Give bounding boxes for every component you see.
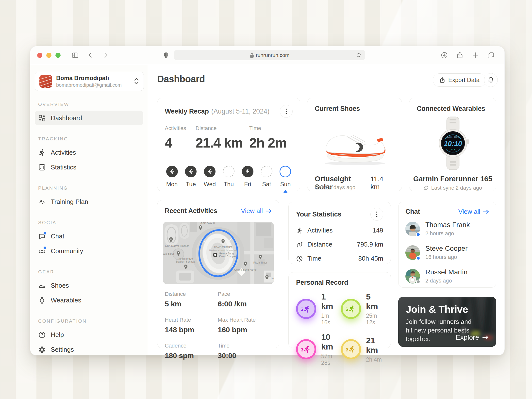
weekly-recap-menu-button[interactable]: [280, 105, 293, 118]
export-data-button[interactable]: Export Data: [433, 73, 486, 87]
day-sat[interactable]: Sat: [259, 166, 274, 193]
map-label: Plaza Barat: [163, 252, 174, 255]
section-label-planning: PLANNING: [35, 185, 143, 191]
avatar: [405, 245, 420, 260]
chat-member-russel-martin[interactable]: Russel Martin 2 days ago: [405, 268, 489, 284]
main-content: Dashboard Export Data Weekly Recap (Augu…: [148, 65, 504, 355]
map-label: Karno Complex: [219, 255, 237, 258]
sidebar-item-label: Community: [51, 247, 83, 255]
day-wed[interactable]: Wed: [203, 166, 217, 193]
connected-wearables-card: Connected Wearables Sat 01 · 100% 10:10 …: [409, 98, 496, 191]
map-label: Istor: [271, 277, 274, 280]
sidebar-item-activities[interactable]: Activities: [35, 145, 143, 160]
runner-icon: [188, 169, 194, 175]
sidebar-item-label: Wearables: [51, 297, 81, 304]
shoe-distance: 11.4 km: [370, 175, 394, 191]
sidebar-item-training-plan[interactable]: Training Plan: [35, 194, 143, 209]
sidebar-item-label: Settings: [51, 346, 74, 353]
sidebar-item-wearables[interactable]: Wearables: [35, 293, 143, 308]
your-statistics-menu-button[interactable]: [370, 208, 383, 221]
sidebar-toggle-button[interactable]: [71, 51, 79, 59]
section-label-social: SOCIAL: [35, 220, 143, 225]
activity-stat: Distance 5 km: [165, 291, 218, 308]
sidebar-toggle-icon: [71, 51, 79, 59]
weekly-recap-title: Weekly Recap: [165, 108, 209, 115]
reload-icon[interactable]: [356, 52, 362, 58]
downloads-button[interactable]: [441, 51, 448, 59]
close-window-button[interactable]: [37, 53, 42, 58]
back-button[interactable]: [87, 51, 94, 59]
arrow-right-icon: [482, 335, 489, 340]
bell-icon: [487, 76, 494, 84]
chat-member-thomas-frank[interactable]: Thomas Frank 2 hours ago: [405, 221, 489, 237]
notifications-button[interactable]: [484, 73, 498, 87]
day-tue[interactable]: Tue: [184, 166, 198, 193]
sidebar-item-community[interactable]: Community: [35, 244, 143, 258]
day-thu[interactable]: Thu: [221, 166, 236, 193]
chat-card: Chat View all Thomas Frank 2 hours ago: [398, 202, 496, 288]
sync-icon: [423, 185, 429, 191]
statistics-row-activities: Activities 149: [296, 227, 383, 234]
divider: [165, 159, 293, 159]
sidebar-item-settings[interactable]: Settings: [35, 342, 143, 357]
stat-value-distance: 21.4 km: [196, 135, 249, 151]
community-notification-dot: [43, 246, 47, 250]
map-label: Hands-on art space for photo ops: [209, 249, 237, 251]
sidebar-item-dashboard[interactable]: Dashboard: [35, 111, 143, 125]
sidebar-item-label: Statistics: [51, 164, 76, 171]
user-email: bomabromodipati@gmail.com: [56, 82, 130, 88]
wearable-last-sync: Last sync 2 days ago: [431, 185, 482, 191]
share-button[interactable]: [456, 51, 464, 59]
wearable-name: Garmin Forerunner 165: [409, 175, 496, 183]
day-mon[interactable]: Mon: [165, 166, 179, 193]
chat-member-steve-cooper[interactable]: Steve Cooper 16 hours ago: [405, 245, 489, 260]
day-fri[interactable]: Fri: [240, 166, 255, 193]
section-label-configuration: CONFIGURATION: [35, 318, 143, 324]
personal-record-card: Personal Record 1 km 1m 16s: [288, 272, 391, 348]
sidebar-item-chat[interactable]: Chat: [35, 229, 143, 244]
chevron-updown-icon: [134, 78, 139, 85]
privacy-shield-icon[interactable]: [162, 51, 170, 59]
forward-button[interactable]: [102, 51, 109, 59]
sidebar-item-help[interactable]: Help: [35, 327, 143, 342]
chevron-left-icon: [87, 51, 94, 59]
online-status-dot: [416, 256, 420, 260]
dashboard-icon: [38, 114, 46, 122]
help-icon: [38, 331, 46, 339]
zoom-window-button[interactable]: [55, 53, 61, 58]
section-label-overview: OVERVIEW: [35, 102, 143, 107]
runner-icon: [245, 169, 250, 175]
map-label: Gelora Bung Karno: [234, 268, 256, 271]
chat-view-all-link[interactable]: View all: [458, 208, 489, 216]
new-tab-button[interactable]: [472, 51, 479, 59]
recent-activities-view-all-link[interactable]: View all: [241, 207, 272, 215]
minimize-window-button[interactable]: [46, 53, 51, 58]
kebab-icon: [285, 108, 287, 115]
record-10km: 10 km 57m 28s: [296, 332, 338, 366]
address-bar[interactable]: runrunrun.com: [174, 50, 365, 60]
export-data-label: Export Data: [448, 77, 480, 83]
explore-button[interactable]: Explore: [456, 333, 489, 341]
day-sun[interactable]: Sun: [278, 166, 293, 193]
arrow-right-icon: [265, 209, 272, 214]
record-5km: 5 km 25m 12s: [341, 292, 383, 326]
page-title: Dashboard: [157, 74, 205, 84]
sidebar-item-label: Training Plan: [51, 198, 88, 206]
stat-label: Time: [249, 125, 286, 132]
runner-icon: [207, 169, 213, 175]
sidebar-item-shoes[interactable]: Shoes: [35, 278, 143, 293]
activity-route-map[interactable]: GBK Madya Stadium GBK Gate H MOJA Museum…: [163, 222, 274, 284]
svg-text:Sat 01 · 100%: Sat 01 · 100%: [447, 136, 459, 138]
activity-stat: Time 30:00: [218, 343, 272, 360]
activity-stat: Cadence 180 spm: [165, 343, 218, 360]
arrow-right-icon: [483, 209, 489, 214]
tab-overview-button[interactable]: [487, 51, 495, 59]
sidebar-item-statistics[interactable]: Statistics: [35, 160, 143, 175]
weekly-recap-card: Weekly Recap (August 5-11, 2024) Activit…: [157, 98, 300, 191]
chat-title: Chat: [405, 208, 420, 216]
stat-value-activities: 4: [165, 135, 196, 151]
sidebar-item-label: Chat: [51, 233, 64, 240]
shoe-image: [317, 116, 393, 175]
account-switcher[interactable]: Boma Bromodipati bomabromodipati@gmail.c…: [35, 72, 144, 91]
route-icon: [296, 241, 303, 248]
